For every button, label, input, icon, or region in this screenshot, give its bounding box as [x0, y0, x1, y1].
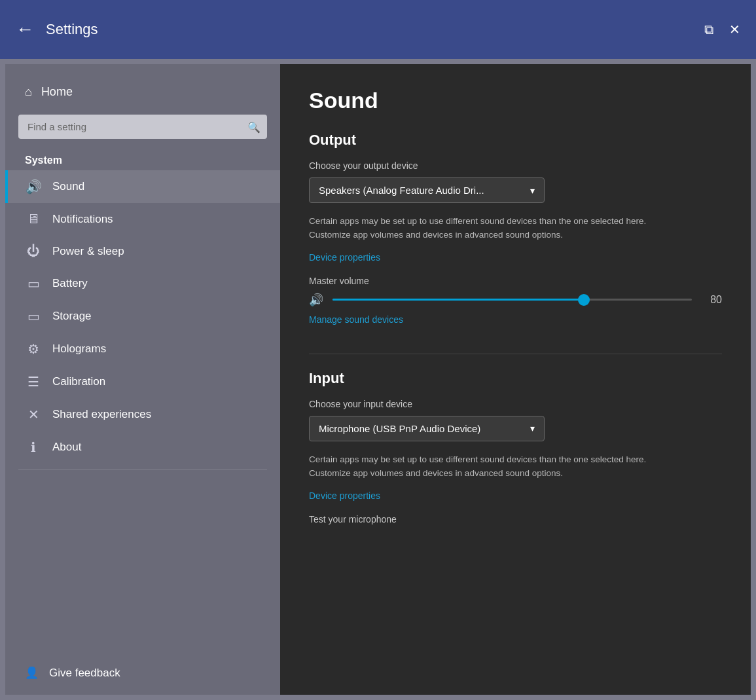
input-section: Input Choose your input device Microphon…	[309, 370, 722, 525]
sidebar-item-sound[interactable]: 🔊 Sound	[5, 170, 280, 203]
home-label: Home	[41, 85, 73, 99]
output-heading: Output	[309, 132, 722, 149]
app-title: Settings	[46, 21, 704, 38]
main-container: ⌂ Home 🔍 System 🔊 Sound 🖥 Notifications …	[5, 64, 751, 695]
sidebar-item-storage[interactable]: ▭ Storage	[5, 300, 280, 333]
sidebar: ⌂ Home 🔍 System 🔊 Sound 🖥 Notifications …	[5, 64, 280, 695]
sidebar-item-battery[interactable]: ▭ Battery	[5, 267, 280, 300]
sidebar-divider	[18, 469, 267, 470]
search-icon: 🔍	[247, 120, 261, 133]
sound-label: Sound	[52, 180, 84, 193]
restore-button[interactable]: ⧉	[704, 23, 713, 36]
output-device-dropdown[interactable]: Speakers (Analog Feature Audio Dri... ▾	[309, 177, 545, 203]
home-icon: ⌂	[25, 85, 32, 99]
notifications-icon: 🖥	[25, 212, 42, 227]
volume-slider[interactable]	[333, 293, 692, 306]
power-label: Power & sleep	[52, 245, 124, 258]
manage-sound-devices-link[interactable]: Manage sound devices	[309, 314, 403, 325]
input-device-value: Microphone (USB PnP Audio Device)	[319, 423, 521, 434]
sidebar-item-shared-experiences[interactable]: ✕ Shared experiences	[5, 398, 280, 431]
battery-icon: ▭	[25, 276, 42, 291]
sidebar-search-container: 🔍	[18, 115, 267, 139]
feedback-label: Give feedback	[49, 667, 120, 680]
content-area: Sound Output Choose your output device S…	[280, 64, 751, 695]
storage-label: Storage	[52, 310, 92, 323]
output-device-properties-link[interactable]: Device properties	[309, 252, 380, 263]
give-feedback-button[interactable]: 👤 Give feedback	[5, 657, 280, 688]
search-input[interactable]	[18, 115, 267, 139]
sound-icon: 🔊	[25, 179, 42, 194]
battery-label: Battery	[52, 277, 88, 290]
calibration-label: Calibration	[52, 375, 105, 388]
output-device-value: Speakers (Analog Feature Audio Dri...	[319, 185, 521, 196]
volume-speaker-icon: 🔊	[309, 293, 323, 307]
power-icon: ⏻	[25, 244, 42, 259]
input-heading: Input	[309, 370, 722, 387]
input-device-arrow-icon: ▾	[530, 423, 535, 433]
test-microphone-label: Test your microphone	[309, 514, 722, 525]
sidebar-item-home[interactable]: ⌂ Home	[5, 77, 280, 107]
input-device-label: Choose your input device	[309, 399, 722, 409]
holograms-icon: ⚙	[25, 341, 42, 357]
back-button[interactable]: ←	[16, 20, 34, 39]
titlebar: ← Settings ⧉ ✕	[0, 0, 756, 59]
output-device-arrow-icon: ▾	[530, 185, 535, 196]
storage-icon: ▭	[25, 308, 42, 324]
close-button[interactable]: ✕	[729, 23, 740, 36]
about-label: About	[52, 441, 81, 454]
about-icon: ℹ	[25, 439, 42, 455]
output-description: Certain apps may be set up to use differ…	[309, 215, 675, 242]
notifications-label: Notifications	[52, 213, 113, 226]
volume-value: 80	[701, 294, 722, 306]
system-section-label: System	[5, 149, 280, 170]
page-title: Sound	[309, 88, 722, 113]
volume-fill	[333, 299, 584, 301]
master-volume-label: Master volume	[309, 276, 722, 286]
sidebar-item-calibration[interactable]: ☰ Calibration	[5, 365, 280, 398]
volume-thumb[interactable]	[578, 294, 590, 306]
sidebar-item-holograms[interactable]: ⚙ Holograms	[5, 333, 280, 365]
input-device-dropdown[interactable]: Microphone (USB PnP Audio Device) ▾	[309, 416, 545, 441]
sidebar-item-power[interactable]: ⏻ Power & sleep	[5, 235, 280, 267]
output-device-label: Choose your output device	[309, 160, 722, 171]
volume-control: 🔊 80	[309, 293, 722, 307]
input-device-properties-link[interactable]: Device properties	[309, 490, 380, 501]
calibration-icon: ☰	[25, 374, 42, 390]
feedback-icon: 👤	[25, 666, 39, 680]
window-controls: ⧉ ✕	[704, 23, 740, 36]
section-divider	[309, 354, 722, 354]
output-section: Output Choose your output device Speaker…	[309, 132, 722, 338]
shared-experiences-label: Shared experiences	[52, 408, 151, 421]
holograms-label: Holograms	[52, 342, 106, 356]
input-description: Certain apps may be set up to use differ…	[309, 453, 675, 481]
sidebar-item-about[interactable]: ℹ About	[5, 431, 280, 464]
sidebar-item-notifications[interactable]: 🖥 Notifications	[5, 203, 280, 235]
shared-experiences-icon: ✕	[25, 407, 42, 422]
